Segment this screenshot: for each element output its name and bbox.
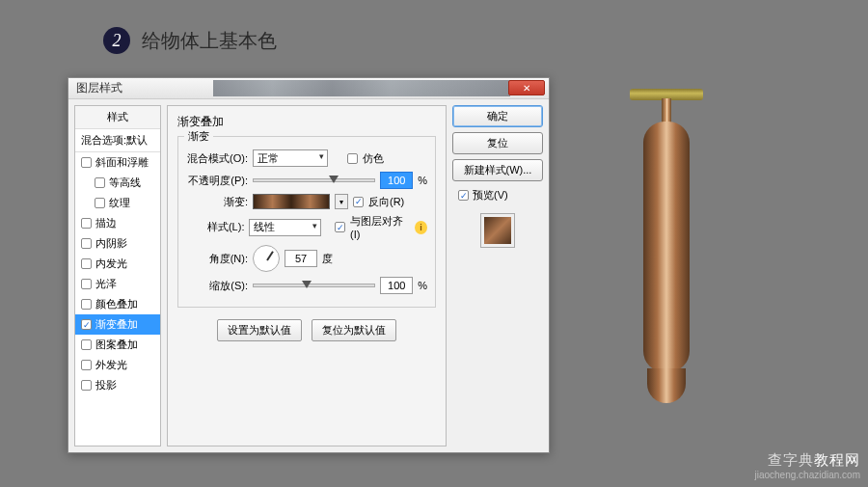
close-icon: ✕	[523, 83, 530, 94]
opacity-input[interactable]: 100	[380, 172, 413, 189]
percent-unit: %	[418, 175, 427, 186]
dialog-title: 图层样式	[68, 80, 122, 96]
checkbox[interactable]	[81, 360, 92, 370]
preview-label: 预览(V)	[473, 188, 508, 203]
angle-unit: 度	[322, 252, 333, 266]
effects-list: 斜面和浮雕 等高线 纹理 描边 内阴影 内发光 光泽 颜色叠加 渐变叠加 图案叠…	[75, 152, 160, 446]
effect-gradient-overlay[interactable]: 渐变叠加	[75, 314, 160, 335]
scale-slider[interactable]	[253, 284, 375, 287]
titlebar-decoration	[213, 80, 510, 96]
object-tip	[647, 368, 686, 403]
effect-satin[interactable]: 光泽	[75, 274, 160, 294]
set-default-button[interactable]: 设置为默认值	[217, 319, 302, 341]
effect-outer-glow[interactable]: 外发光	[75, 355, 160, 375]
scale-label: 缩放(S):	[186, 279, 248, 293]
effect-contour[interactable]: 等高线	[75, 173, 160, 193]
gradient-label: 渐变:	[186, 195, 248, 209]
effect-label: 纹理	[109, 196, 130, 210]
effect-label: 描边	[95, 216, 117, 230]
blend-mode-row: 混合模式(O): 正常 仿色	[186, 149, 427, 167]
effect-pattern-overlay[interactable]: 图案叠加	[75, 335, 160, 355]
reset-button[interactable]: 复位	[452, 132, 543, 154]
blend-options-row[interactable]: 混合选项:默认	[75, 129, 160, 152]
object-neck	[662, 98, 671, 123]
reset-default-button[interactable]: 复位为默认值	[312, 319, 396, 341]
layer-style-dialog: 图层样式 ✕ 样式 混合选项:默认 斜面和浮雕 等高线 纹理 描边 内阴影 内发…	[68, 77, 550, 453]
ok-button[interactable]: 确定	[452, 105, 543, 127]
checkbox[interactable]	[95, 177, 105, 188]
dialog-body: 样式 混合选项:默认 斜面和浮雕 等高线 纹理 描边 内阴影 内发光 光泽 颜色…	[68, 99, 549, 452]
angle-dial[interactable]	[253, 245, 280, 272]
effect-label: 斜面和浮雕	[95, 155, 149, 170]
checkbox[interactable]	[81, 319, 92, 330]
effect-label: 光泽	[95, 277, 117, 291]
panel-title: 渐变叠加	[177, 114, 436, 130]
blend-mode-label: 混合模式(O):	[186, 151, 248, 166]
step-number-badge: 2	[103, 27, 130, 54]
angle-label: 角度(N):	[186, 252, 248, 266]
preview-checkbox[interactable]	[458, 190, 469, 201]
step-title: 给物体上基本色	[142, 28, 277, 54]
opacity-row: 不透明度(P): 100 %	[186, 172, 427, 189]
step-header: 2 给物体上基本色	[103, 27, 277, 54]
align-label: 与图层对齐(I)	[350, 214, 410, 240]
blend-mode-select[interactable]: 正常	[253, 149, 328, 167]
watermark: 查字典教程网 jiaocheng.chazidian.com	[754, 450, 860, 482]
percent-unit: %	[418, 280, 427, 291]
checkbox[interactable]	[81, 339, 92, 350]
gradient-swatch[interactable]	[253, 194, 330, 209]
dialog-buttons: 确定 复位 新建样式(W)... 预览(V)	[452, 105, 543, 446]
reverse-checkbox[interactable]	[353, 197, 364, 207]
effect-inner-shadow[interactable]: 内阴影	[75, 233, 160, 254]
defaults-row: 设置为默认值 复位为默认值	[177, 319, 436, 341]
effect-label: 图案叠加	[95, 338, 138, 352]
checkbox[interactable]	[81, 157, 92, 168]
dither-checkbox[interactable]	[347, 153, 358, 164]
dither-label: 仿色	[363, 151, 384, 166]
effect-bevel[interactable]: 斜面和浮雕	[75, 152, 160, 173]
effect-drop-shadow[interactable]: 投影	[75, 375, 160, 395]
checkbox[interactable]	[95, 198, 105, 208]
checkbox[interactable]	[81, 238, 92, 249]
checkbox[interactable]	[81, 299, 92, 310]
scale-input[interactable]: 100	[380, 277, 413, 294]
opacity-label: 不透明度(P):	[186, 174, 248, 188]
checkbox[interactable]	[81, 279, 92, 289]
info-icon: i	[415, 221, 427, 234]
checkbox[interactable]	[81, 380, 92, 391]
effect-label: 内发光	[95, 257, 127, 271]
watermark-cn-b: 教程网	[814, 451, 860, 468]
style-label: 样式(L):	[186, 220, 244, 234]
effect-label: 外发光	[95, 358, 127, 372]
preview-swatch	[480, 213, 515, 248]
effect-label: 内阴影	[95, 236, 127, 251]
effect-label: 渐变叠加	[95, 317, 138, 332]
watermark-url: jiaocheng.chazidian.com	[754, 469, 860, 481]
style-select[interactable]: 线性	[249, 219, 321, 236]
angle-input[interactable]: 57	[285, 250, 317, 267]
gradient-dropdown[interactable]: ▾	[335, 194, 348, 209]
align-checkbox[interactable]	[335, 222, 345, 232]
gradient-fieldset: 渐变 混合模式(O): 正常 仿色 不透明度(P): 100 % 渐变:	[177, 136, 436, 308]
fieldset-legend: 渐变	[184, 129, 213, 144]
effect-label: 投影	[95, 378, 117, 392]
scale-row: 缩放(S): 100 %	[186, 277, 427, 294]
new-style-button[interactable]: 新建样式(W)...	[452, 159, 543, 181]
angle-row: 角度(N): 57 度	[186, 245, 427, 272]
styles-column: 样式 混合选项:默认 斜面和浮雕 等高线 纹理 描边 内阴影 内发光 光泽 颜色…	[74, 105, 161, 446]
watermark-cn-a: 查字典	[768, 451, 814, 468]
effect-stroke[interactable]: 描边	[75, 213, 160, 233]
dialog-titlebar[interactable]: 图层样式 ✕	[68, 78, 549, 99]
checkbox[interactable]	[81, 258, 92, 269]
effect-label: 等高线	[109, 176, 141, 190]
opacity-slider[interactable]	[253, 178, 375, 182]
effect-inner-glow[interactable]: 内发光	[75, 254, 160, 274]
checkbox[interactable]	[81, 218, 92, 229]
object-body	[643, 122, 690, 372]
gradient-row: 渐变: ▾ 反向(R)	[186, 194, 427, 209]
style-row: 样式(L): 线性 与图层对齐(I) i	[186, 214, 427, 240]
close-button[interactable]: ✕	[508, 80, 545, 95]
effect-label: 颜色叠加	[95, 297, 138, 311]
effect-color-overlay[interactable]: 颜色叠加	[75, 294, 160, 314]
effect-texture[interactable]: 纹理	[75, 193, 160, 213]
